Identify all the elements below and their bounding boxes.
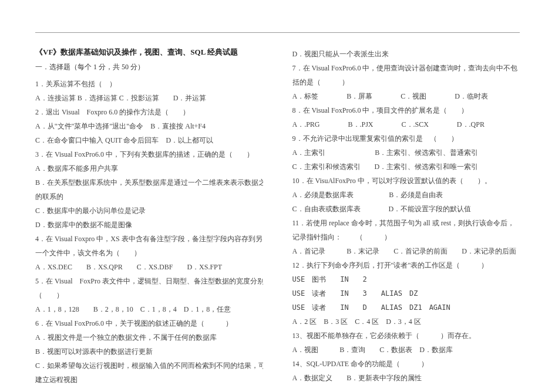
text-line: A．连接运算 B．选择运算 C．投影运算 D．并运算 xyxy=(35,91,263,105)
text-line: （ ） xyxy=(35,288,263,302)
text-line: D．视图只能从一个表派生出来 xyxy=(292,47,520,61)
text-line: C．主索引和候选索引 D．主索引、候选索引和唯一索引 xyxy=(292,160,520,174)
two-column-content: 《VF》数据库基础知识及操作，视图、查询、SQL 经典试题 一．选择题（每个 1… xyxy=(35,47,520,387)
text-line: A．从"文件"菜单中选择"退出"命令 B．直接按 Alt+F4 xyxy=(35,119,263,133)
text-line: A．XS.DEC B．XS.QPR C．XS.DBF D．XS.FPT xyxy=(35,260,263,274)
text-line: 9．不允许记录中出现重复索引值的索引是 （ ） xyxy=(292,131,520,146)
text-line: A．数据库不能多用户共享 xyxy=(35,161,263,175)
text-line: 1．关系运算不包括（ ） xyxy=(35,77,263,91)
text-line: 4．在 Visual Foxpro 中，XS 表中含有备注型字段，备注型字段内容… xyxy=(35,232,263,246)
code-line: USE 读者 IN D ALIAS DZ1 AGAIN xyxy=(292,300,520,315)
right-column: D．视图只能从一个表派生出来 7．在 Visual FoxPro6.0 中，使用… xyxy=(292,47,520,387)
text-line: C．如果希望每次运行视图时，根据输入值的不同而检索到不同的结果，可以 xyxy=(35,359,263,373)
text-line: 3．在 Visual FoxPro6.0 中，下列有关数据库的描述，正确的是（ … xyxy=(35,147,263,161)
text-line: A．.PRG B．.PJX C．.SCX D．.QPR xyxy=(292,117,520,131)
text-line: C．数据库中的最小访问单位是记录 xyxy=(35,204,263,218)
text-line: 括的是（ ） xyxy=(292,75,520,89)
text-line: A．1，8，128 B．2，8，10 C．1，8，4 D．1，8，任意 xyxy=(35,302,263,316)
text-line: 12．执行下列命令序列后，打开"读者"表的工作区是（ ） xyxy=(292,258,520,272)
text-line: A．主索引 B．主索引、候选索引、普通索引 xyxy=(292,146,520,160)
text-line: A．首记录 B．末记录 C．首记录的前面 D．末记录的后面 xyxy=(292,244,520,258)
header-divider xyxy=(35,32,520,33)
left-column: 《VF》数据库基础知识及操作，视图、查询、SQL 经典试题 一．选择题（每个 1… xyxy=(35,47,263,387)
text-line: 2．退出 Visual Foxpro 6.0 的操作方法是（ ） xyxy=(35,105,263,119)
text-line: 8．在 Visual FoxPro6.0 中，项目文件的扩展名是（ ） xyxy=(292,103,520,117)
code-line: USE 图书 IN 2 xyxy=(292,272,520,286)
text-line: 的联系的 xyxy=(35,190,263,204)
text-line: 一个文件中，该文件名为（ ） xyxy=(35,246,263,260)
text-line: D．数据库中的数据不能是图像 xyxy=(35,218,263,232)
text-line: 记录指针指向： （ ） xyxy=(292,230,520,244)
text-line: B．在关系型数据库系统中，关系型数据库是通过一个二维表来表示数据之间 xyxy=(35,175,263,190)
text-line: 6．在 Visual FoxPro6.0 中，关于视图的叙述正确的是（ ） xyxy=(35,316,263,330)
text-line: 7．在 Visual FoxPro6.0 中，使用查询设计器创建查询时，查询去向… xyxy=(292,61,520,75)
text-line: 建立远程视图 xyxy=(35,373,263,387)
text-line: A．视图文件是一个独立的数据文件，不属于任何的数据库 xyxy=(35,330,263,344)
text-line: C．在命令窗口中输入 QUIT 命令后回车 D．以上都可以 xyxy=(35,133,263,147)
text-line: 5．在 Visual FoxPro 表文件中，逻辑型、日期型、备注型数据的宽度分… xyxy=(35,274,263,288)
text-line: 14、SQL-UPDATE 命令的功能是（ ） xyxy=(292,357,520,371)
text-line: A．2 区 B．3 区 C．4 区 D．3，4 区 xyxy=(292,315,520,329)
document-page: 《VF》数据库基础知识及操作，视图、查询、SQL 经典试题 一．选择题（每个 1… xyxy=(0,0,555,392)
text-line: 13、视图不能单独存在，它必须依赖于（ ）而存在。 xyxy=(292,329,520,343)
text-line: A．视图 B．查询 C．数据表 D．数据库 xyxy=(292,343,520,357)
text-line: 10．在 VisuAlFoxPro 中，可以对字段设置默认值的表（ ）。 xyxy=(292,174,520,188)
text-line: 11．若使用 replace 命令时，其范围子句为 all 或 rest，则执行… xyxy=(292,216,520,230)
text-line: B．视图可以对源表中的数据进行更新 xyxy=(35,344,263,359)
text-line: A．标签 B．屏幕 C．视图 D．临时表 xyxy=(292,89,520,103)
code-line: USE 读者 IN 3 ALIAS DZ xyxy=(292,286,520,300)
text-line: A．必须是数据库表 B．必须是自由表 xyxy=(292,188,520,202)
section-heading: 一．选择题（每个 1 分，共 50 分） xyxy=(35,62,263,72)
text-line: A．数据定义 B．更新表中字段的属性 xyxy=(292,371,520,385)
document-title: 《VF》数据库基础知识及操作，视图、查询、SQL 经典试题 xyxy=(35,47,263,58)
text-line: C．自由表或数据库表 D．不能设置字段的默认值 xyxy=(292,202,520,216)
